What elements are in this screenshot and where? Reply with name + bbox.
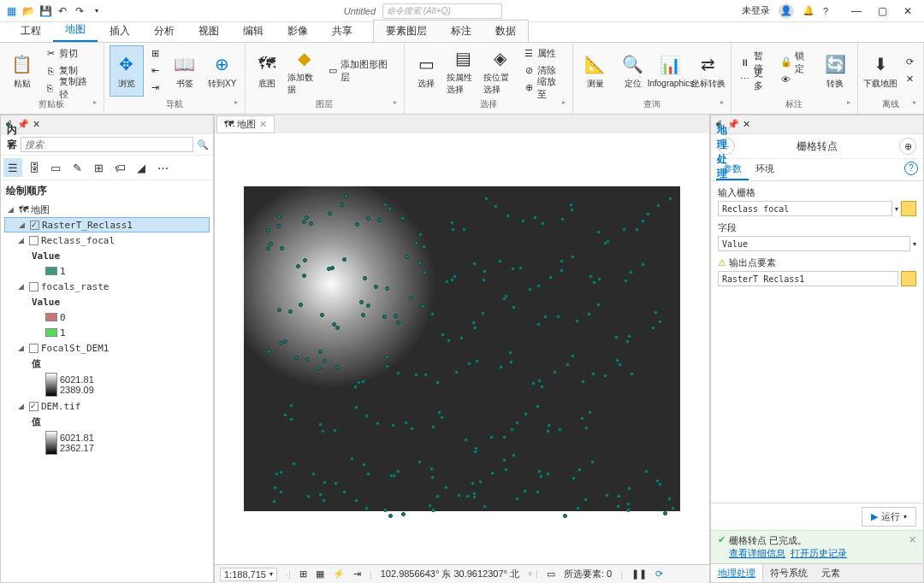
close-panel-icon[interactable]: ✕ [743,119,750,130]
sync-icon[interactable]: ⟳ [901,55,918,70]
open-icon[interactable]: 📂 [21,3,36,19]
view-details-link[interactable]: 查看详细信息 [729,548,785,558]
list-by-labeling-icon[interactable]: 🏷 [110,158,129,177]
list-by-editing-icon[interactable]: ✎ [68,158,86,177]
redo-icon[interactable]: ↷ [72,3,87,19]
layer-checkbox[interactable] [29,344,38,353]
refresh-icon[interactable]: ⟳ [655,568,663,580]
select-by-attr-button[interactable]: ▤按属性选择 [447,45,480,97]
command-search-input[interactable]: 命令搜索 (Alt+Q) [382,3,502,19]
layer-checkbox[interactable] [29,402,38,411]
list-by-snapping-icon[interactable]: ⊞ [89,158,108,177]
user-avatar-icon[interactable]: 👤 [779,3,794,19]
run-button[interactable]: ▶运行▾ [862,507,916,527]
btab-geoprocessing[interactable]: 地理处理 [711,564,763,582]
layer-rastert-reclass1[interactable]: ◢RasterT_Reclass1 [4,217,210,233]
select-by-loc-button[interactable]: ◈按位置选择 [483,45,517,97]
maximize-button[interactable]: ▢ [869,3,895,20]
notifications-icon[interactable]: 🔔 [803,5,814,16]
param-field[interactable] [718,236,910,251]
help-icon[interactable]: ? [823,6,828,16]
add-data-button[interactable]: ◆添加数据 [287,45,321,97]
tab-project[interactable]: 工程 [9,21,53,42]
goto-xy-button[interactable]: ⊕转到XY [205,45,240,97]
new-project-icon[interactable]: ▦ [3,3,19,19]
pin-icon[interactable]: 📌 [727,119,739,130]
view-unplaced-button[interactable]: 👁 [778,72,815,87]
layer-checkbox[interactable] [29,236,38,245]
selection-chip-icon[interactable]: ▭ [547,568,555,580]
locate-button[interactable]: 🔍定位 [616,45,650,97]
list-by-perspective-icon[interactable]: ◢ [132,158,151,177]
remove-icon[interactable]: ✕ [901,72,918,87]
tab-view[interactable]: 视图 [187,21,231,42]
param-output[interactable] [718,271,898,286]
minimize-button[interactable]: — [844,3,869,20]
layer-focalst-dem1[interactable]: ◢FocalSt_DEM1 [4,340,210,356]
prev-extent-icon[interactable]: ⇤ [147,63,164,79]
explore-button[interactable]: ✥浏览 [110,45,144,97]
tab-edit[interactable]: 编辑 [231,21,275,42]
param-input-raster[interactable] [718,201,892,216]
dismiss-msg-icon[interactable]: ✕ [909,534,916,545]
browse-icon[interactable] [901,271,916,286]
map-tab[interactable]: 🗺地图✕ [216,115,275,133]
contents-search-input[interactable] [21,137,193,152]
tab-map[interactable]: 地图 [53,19,98,42]
grid-icon[interactable]: ▦ [316,568,324,580]
next-extent-icon[interactable]: ⇥ [147,80,164,96]
layer-checkbox[interactable] [29,282,38,292]
tab-share[interactable]: 共享 [320,21,364,42]
map-name[interactable]: 地图 [31,203,50,216]
full-extent-icon[interactable]: ⊞ [147,46,164,62]
measure-button[interactable]: 📐测量 [578,45,613,97]
login-status[interactable]: 未登录 [742,4,770,17]
basemap-button[interactable]: 🗺底图 [251,45,284,97]
attributes-button[interactable]: ☰属性 [520,46,567,62]
coord-convert-button[interactable]: ⇄坐标转换 [691,45,726,97]
list-by-source-icon[interactable]: 🗄 [25,158,44,177]
tab-insert[interactable]: 插入 [98,21,142,42]
undo-icon[interactable]: ↶ [55,3,70,19]
gp-add-button[interactable]: ⊕ [899,138,916,155]
ctx-tab-feature-layer[interactable]: 要素图层 [374,21,439,42]
layer-checkbox[interactable] [30,221,39,230]
copy-path-button[interactable]: ⎘复制路径 [42,80,98,96]
layer-reclass-focal[interactable]: ◢Reclass_focal [4,233,210,248]
list-by-drawing-icon[interactable]: ☰ [3,158,22,177]
map-canvas[interactable] [215,133,709,564]
layer-focals-raste[interactable]: ◢focals_raste [4,279,210,294]
close-button[interactable]: ✕ [895,3,921,20]
save-icon[interactable]: 💾 [38,3,53,19]
close-panel-icon[interactable]: ✕ [33,119,40,130]
infographics-button[interactable]: 📊Infographics [654,45,688,97]
paste-button[interactable]: 📋粘贴 [5,45,38,97]
select-button[interactable]: ▭选择 [410,45,443,97]
more-labels-button[interactable]: ⋯更多 [737,72,774,87]
qat-dropdown-icon[interactable]: ▾ [89,3,104,19]
ctx-tab-label[interactable]: 标注 [439,21,483,42]
download-map-button[interactable]: ⬇下载地图 [863,45,897,97]
btab-element[interactable]: 元素 [814,564,847,582]
gp-help-icon[interactable]: ? [904,162,918,175]
list-by-selection-icon[interactable]: ▭ [46,158,65,177]
close-tab-icon[interactable]: ✕ [259,119,267,130]
btab-symbology[interactable]: 符号系统 [763,564,814,582]
dynamic-icon[interactable]: ⚡ [333,568,345,580]
cut-button[interactable]: ✂剪切 [42,46,98,62]
pause-draw-icon[interactable]: ❚❚ [631,568,647,580]
open-history-link[interactable]: 打开历史记录 [791,548,847,558]
snap-icon[interactable]: ⊞ [299,568,307,580]
tab-analysis[interactable]: 分析 [142,21,187,42]
layer-dem-tif[interactable]: ◢DEM.tif [4,398,210,414]
lock-labels-button[interactable]: 🔒锁定 [778,55,815,70]
gp-tab-env[interactable]: 环境 [749,159,781,180]
browse-icon[interactable] [901,201,916,216]
tab-imagery[interactable]: 影像 [275,21,320,42]
add-graphics-layer-button[interactable]: ▭添加图形图层 [324,63,399,79]
search-icon[interactable]: 🔍 [195,137,210,152]
constraint-icon[interactable]: ⇥ [353,568,361,580]
ctx-tab-data[interactable]: 数据 [483,21,528,42]
bookmarks-button[interactable]: 📖书签 [168,45,202,97]
scale-input[interactable]: 1:188,715▾ [220,568,277,581]
